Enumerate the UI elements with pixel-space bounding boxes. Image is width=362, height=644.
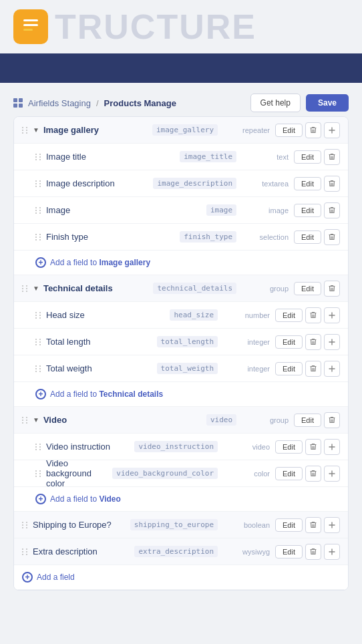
expand-button[interactable]: [324, 361, 340, 377]
field-key: total_weigth: [157, 363, 218, 374]
drag-handle[interactable]: [22, 522, 29, 528]
delete-button[interactable]: [305, 439, 321, 455]
delete-button[interactable]: [305, 334, 321, 350]
edit-button[interactable]: Edit: [275, 335, 303, 349]
field-key: image: [206, 204, 236, 216]
field-key: video_background_color: [112, 468, 218, 479]
field-type: group: [242, 285, 289, 293]
expand-button[interactable]: [324, 466, 340, 482]
field-type: color: [223, 470, 270, 478]
drag-handle[interactable]: [35, 339, 42, 345]
edit-button[interactable]: Edit: [294, 204, 321, 217]
field-type: textarea: [242, 180, 289, 188]
add-field-button[interactable]: +Add a field to Technical details: [35, 389, 163, 399]
expand-button[interactable]: [324, 334, 340, 350]
drag-handle[interactable]: [35, 444, 42, 450]
drag-handle[interactable]: [35, 207, 42, 214]
drag-handle[interactable]: [22, 285, 29, 292]
app-header: TRUCTURE: [0, 0, 362, 53]
drag-handle[interactable]: [35, 180, 42, 187]
delete-button[interactable]: [305, 307, 321, 323]
drag-handle[interactable]: [35, 312, 42, 319]
delete-button[interactable]: [324, 412, 340, 428]
field-actions: Edit: [275, 307, 340, 323]
field-actions: Edit: [275, 544, 340, 560]
field-actions: Edit: [294, 176, 340, 192]
svg-rect-2: [23, 29, 33, 31]
edit-button[interactable]: Edit: [275, 440, 303, 454]
save-button[interactable]: Save: [306, 94, 349, 112]
edit-button[interactable]: Edit: [294, 150, 321, 164]
edit-button[interactable]: Edit: [275, 124, 303, 137]
expand-button[interactable]: [324, 307, 340, 323]
app-logo: [13, 9, 48, 44]
field-actions: Edit: [275, 122, 340, 138]
get-help-button[interactable]: Get help: [250, 94, 301, 112]
delete-button[interactable]: [305, 517, 321, 533]
expand-button[interactable]: [324, 517, 340, 533]
drag-handle[interactable]: [35, 365, 42, 372]
field-actions: Edit: [294, 149, 340, 165]
add-field-button[interactable]: +Add a field to Image gallery: [35, 257, 150, 268]
grid-icon: [13, 98, 23, 108]
plus-icon: +: [35, 257, 46, 268]
edit-button[interactable]: Edit: [294, 230, 321, 244]
add-field-row: +Add a field to Image gallery: [14, 251, 348, 275]
delete-button[interactable]: [305, 122, 321, 138]
drag-handle[interactable]: [35, 470, 42, 477]
fields-container: ▼Image galleryimage_galleryrepeaterEditI…: [13, 116, 349, 591]
edit-button[interactable]: Edit: [275, 545, 303, 558]
edit-button[interactable]: Edit: [294, 414, 321, 427]
add-field-label: Add a field: [37, 573, 75, 582]
field-type: integer: [223, 338, 270, 346]
chevron-down-icon[interactable]: ▼: [33, 285, 39, 292]
expand-button[interactable]: [324, 439, 340, 455]
field-key: video: [206, 414, 236, 426]
field-label: Shipping to Europe?: [33, 520, 130, 530]
add-field-button[interactable]: +Add a field to Video: [35, 494, 121, 504]
nav-bar: [0, 53, 362, 83]
chevron-down-icon[interactable]: ▼: [33, 416, 39, 424]
field-type: number: [223, 311, 270, 319]
field-label: Technical details: [43, 283, 154, 293]
drag-handle[interactable]: [22, 417, 29, 424]
field-label: Image description: [46, 178, 153, 188]
drag-handle[interactable]: [22, 127, 29, 134]
drag-handle[interactable]: [35, 234, 42, 240]
edit-button[interactable]: Edit: [294, 177, 321, 190]
delete-button[interactable]: [324, 202, 340, 218]
delete-button[interactable]: [324, 229, 340, 245]
delete-button[interactable]: [305, 544, 321, 560]
add-field-row: +Add a field: [14, 565, 348, 590]
field-actions: Edit: [275, 439, 340, 455]
field-type: boolean: [223, 521, 270, 529]
delete-button[interactable]: [324, 149, 340, 165]
field-key: extra_description: [134, 546, 218, 557]
edit-button[interactable]: Edit: [275, 309, 303, 322]
edit-button[interactable]: Edit: [275, 467, 303, 480]
delete-button[interactable]: [305, 466, 321, 482]
app-big-title: TRUCTURE: [55, 9, 256, 44]
delete-button[interactable]: [324, 176, 340, 192]
field-actions: Edit: [294, 412, 340, 428]
field-key: image_title: [180, 151, 236, 162]
expand-button[interactable]: [324, 122, 340, 138]
edit-button[interactable]: Edit: [294, 282, 321, 295]
edit-button[interactable]: Edit: [275, 518, 303, 532]
field-label: Extra description: [33, 546, 134, 556]
field-type: integer: [223, 365, 270, 373]
drag-handle[interactable]: [22, 548, 29, 555]
expand-button[interactable]: [324, 544, 340, 560]
field-label: Image: [46, 205, 206, 215]
edit-button[interactable]: Edit: [275, 362, 303, 375]
field-label: Image gallery: [43, 125, 152, 135]
delete-button[interactable]: [305, 361, 321, 377]
chevron-down-icon[interactable]: ▼: [33, 126, 39, 134]
delete-button[interactable]: [324, 281, 340, 297]
add-field-button[interactable]: +Add a field: [22, 572, 75, 583]
drag-handle[interactable]: [35, 154, 42, 160]
field-label: Video: [43, 415, 206, 425]
field-key: shipping_to_europe: [130, 519, 218, 530]
field-type: wysiwyg: [223, 548, 270, 556]
field-row: Extra descriptionextra_descriptionwysiwy…: [14, 538, 348, 565]
